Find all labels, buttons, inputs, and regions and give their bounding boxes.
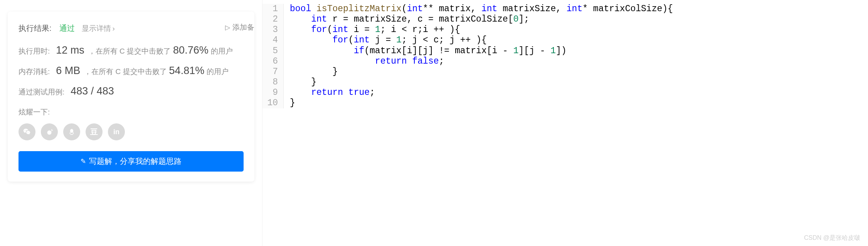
wechat-icon[interactable] [19,123,35,140]
result-header: 执行结果: 通过 显示详情› [19,23,244,34]
code-content[interactable]: bool isToeplitzMatrix(int** matrix, int … [290,4,673,14]
line-number: 6 [262,56,284,67]
watermark: CSDN @是张哈皮啵 [804,234,860,242]
code-line[interactable]: 2 int r = matrixSize, c = matrixColSize[… [262,14,868,25]
result-status: 通过 [59,23,75,34]
runtime-text1: ，在所有 C 提交中击败了 [88,46,171,56]
memory-pct: 54.81% [169,65,205,77]
share-icons: 豆 in [19,123,244,140]
code-line[interactable]: 5 if(matrix[i][j] != matrix[i - 1][j - 1… [262,46,868,56]
result-panel: ▷ 添加备 执行结果: 通过 显示详情› 执行用时: 12 ms ，在所有 C … [0,0,262,246]
runtime-text2: 的用户 [211,46,233,56]
testcase-value: 483 / 483 [71,85,114,97]
line-number: 3 [262,25,284,35]
code-line[interactable]: 6 return false; [262,56,868,67]
code-content[interactable]: } [290,98,295,108]
line-number: 5 [262,46,284,56]
code-content[interactable]: if(matrix[i][j] != matrix[i - 1][j - 1]) [290,46,567,56]
testcase-row: 通过测试用例: 483 / 483 [19,85,244,97]
line-number: 2 [262,14,284,25]
line-number: 8 [262,77,284,88]
code-content[interactable]: for(int i = 1; i < r;i ++ ){ [290,25,460,35]
runtime-value: 12 ms [56,44,84,56]
result-card: ▷ 添加备 执行结果: 通过 显示详情› 执行用时: 12 ms ，在所有 C … [8,12,254,182]
add-note-link[interactable]: ▷ 添加备 [225,22,254,32]
memory-row: 内存消耗: 6 MB ，在所有 C 提交中击败了 54.81% 的用户 [19,65,244,77]
weibo-icon[interactable] [41,123,58,140]
detail-link-label: 显示详情 [82,24,111,32]
linkedin-icon[interactable]: in [108,123,125,140]
code-content[interactable]: } [290,77,316,88]
svg-point-3 [72,134,73,135]
write-btn-label: 写题解，分享我的解题思路 [89,156,182,167]
douban-icon[interactable]: 豆 [86,123,103,140]
code-line[interactable]: 9 return true; [262,88,868,98]
code-line[interactable]: 8 } [262,77,868,88]
code-editor[interactable]: 1bool isToeplitzMatrix(int** matrix, int… [262,0,868,246]
write-solution-button[interactable]: ✎ 写题解，分享我的解题思路 [19,151,244,172]
code-line[interactable]: 4 for(int j = 1; j < c; j ++ ){ [262,35,868,45]
line-number: 7 [262,67,284,77]
show-details-link[interactable]: 显示详情› [82,24,115,34]
code-content[interactable]: for(int j = 1; j < c; j ++ ){ [290,35,487,45]
memory-text2: 的用户 [207,67,229,77]
code-content[interactable]: int r = matrixSize, c = matrixColSize[0]… [290,14,529,25]
runtime-pct: 80.76% [173,44,209,56]
code-content[interactable]: return false; [290,56,444,67]
code-line[interactable]: 1bool isToeplitzMatrix(int** matrix, int… [262,4,868,14]
code-line[interactable]: 3 for(int i = 1; i < r;i ++ ){ [262,25,868,35]
svg-point-0 [47,130,52,135]
code-area[interactable]: 1bool isToeplitzMatrix(int** matrix, int… [262,4,868,108]
chevron-right-icon: › [113,24,115,32]
qq-icon[interactable] [63,123,80,140]
line-number: 10 [262,98,284,108]
add-note-label: 添加备 [232,22,254,32]
memory-text1: ，在所有 C 提交中击败了 [84,67,167,77]
memory-label: 内存消耗: [19,67,50,77]
line-number: 4 [262,35,284,45]
testcase-label: 通过测试用例: [19,87,64,97]
runtime-row: 执行用时: 12 ms ，在所有 C 提交中击败了 80.76% 的用户 [19,44,244,56]
line-number: 9 [262,88,284,98]
code-content[interactable]: return true; [290,88,375,98]
line-number: 1 [262,4,284,14]
pencil-icon: ✎ [81,157,86,165]
runtime-label: 执行用时: [19,46,50,56]
code-line[interactable]: 10} [262,98,868,108]
svg-point-1 [70,129,73,133]
share-label: 炫耀一下: [19,107,244,117]
code-content[interactable]: } [290,67,338,77]
code-line[interactable]: 7 } [262,67,868,77]
memory-value: 6 MB [56,65,80,77]
result-label: 执行结果: [19,23,52,34]
flag-icon: ▷ [225,24,230,32]
